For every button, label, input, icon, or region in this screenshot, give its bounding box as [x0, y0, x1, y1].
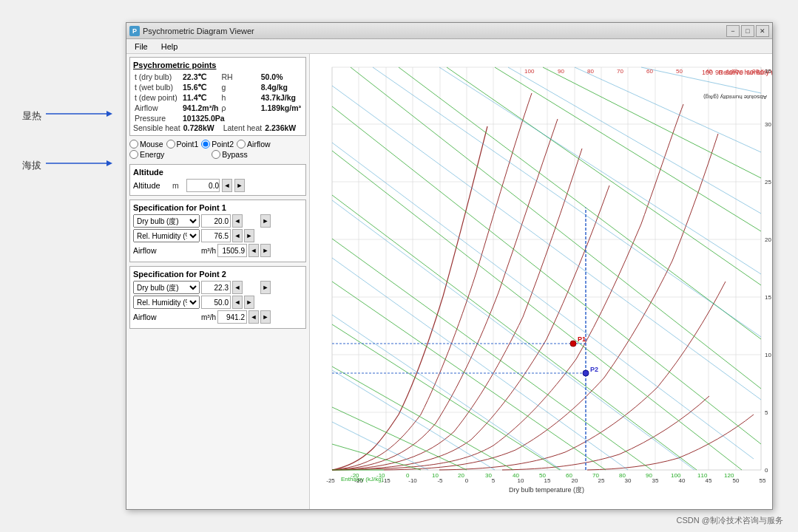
sensible-heat-label: Sensible heat — [133, 123, 180, 132]
svg-text:-5: -5 — [437, 477, 443, 484]
altitude-spin-left[interactable]: ◄ — [222, 179, 232, 192]
spec-point2-dropdown1[interactable]: Dry bulb (度) — [133, 281, 200, 294]
spec-point1-value1[interactable] — [201, 214, 231, 228]
spec-point2-airflow-label: Airflow — [133, 313, 200, 321]
p1-marker — [570, 341, 576, 347]
minimize-button[interactable]: − — [726, 25, 740, 37]
svg-text:20: 20 — [572, 477, 578, 484]
chart-area: Relative humidity (%) 100 90 80 70 60 50… — [310, 54, 772, 509]
spec-point1-dec2[interactable]: ◄ — [232, 229, 243, 242]
psych-info-table: t (dry bulb) 22.3℃ RH 50.0% t (wet bulb)… — [133, 72, 302, 123]
radio-airflow[interactable]: Airflow — [237, 140, 271, 149]
rh-90-label: 90 — [715, 69, 723, 76]
annotation-sensible: 显热 — [22, 109, 41, 123]
svg-text:15: 15 — [765, 294, 771, 301]
spec-point2-header: Specification for Point 2 — [133, 270, 302, 279]
table-row: t (dry bulb) 22.3℃ RH 50.0% — [133, 72, 302, 82]
spec-point2-row1: Dry bulb (度) ◄ ► — [133, 281, 302, 294]
spec-point1-row1: Dry bulb (度) ◄ ► — [133, 214, 302, 228]
altitude-unit: m — [172, 181, 184, 190]
spec-point1-inc2[interactable]: ► — [244, 229, 254, 242]
spec-point1-dropdown1[interactable]: Dry bulb (度) — [133, 214, 200, 228]
spec-point2-airflow-value[interactable] — [217, 310, 247, 324]
table-row: Airflow 941.2m³/h ρ 1.189kg/m³ — [133, 103, 302, 113]
svg-marker-1 — [106, 111, 112, 117]
spec-point1-dropdown2[interactable]: Rel. Humidity (%) — [133, 229, 200, 242]
spec-point2-dec2[interactable]: ◄ — [232, 296, 243, 309]
svg-text:45: 45 — [706, 477, 712, 484]
svg-text:35: 35 — [765, 68, 771, 75]
mode-radio-row1: Mouse Point1 Point2 Airflow — [129, 140, 306, 149]
left-panel: Psychrometric points DAIKIN — [126, 54, 310, 509]
titlebar-buttons: − □ ✕ — [726, 25, 769, 37]
abs-humidity-label: Absolute humidity (g/kg) — [703, 94, 767, 100]
menu-file[interactable]: File — [129, 40, 153, 53]
altitude-label: Altitude — [133, 181, 170, 190]
altitude-row: Altitude m ◄ ► — [133, 179, 302, 192]
altitude-header: Altitude — [133, 168, 302, 177]
spec-point2-inc1[interactable]: ► — [260, 281, 271, 294]
menu-help[interactable]: Help — [156, 40, 183, 53]
svg-text:30: 30 — [625, 477, 632, 484]
spec-point2-airflow-inc[interactable]: ► — [260, 310, 271, 324]
table-row: t (dew point) 11.4℃ h 43.7kJ/kg — [133, 92, 302, 103]
spec-point1-header: Specification for Point 1 — [133, 203, 302, 212]
heat-row: Sensible heat 0.728kW Latent heat 2.236k… — [133, 123, 302, 132]
close-button[interactable]: ✕ — [756, 25, 769, 37]
radio-point1[interactable]: Point1 — [166, 140, 199, 149]
svg-text:-10: -10 — [408, 477, 417, 484]
spec-point2-airflow-row: Airflow m³/h ◄ ► — [133, 310, 302, 324]
svg-text:30: 30 — [765, 121, 771, 128]
spec-point2-dropdown2[interactable]: Rel. Humidity (%) — [133, 296, 200, 309]
mode-radio-row2: Energy Bypass — [129, 150, 306, 159]
altitude-spin-right[interactable]: ► — [234, 179, 245, 192]
svg-text:35: 35 — [652, 477, 659, 484]
svg-text:50: 50 — [733, 477, 740, 484]
spec-point1-airflow-row: Airflow m³/h ◄ ► — [133, 244, 302, 257]
spec-point2-value2[interactable] — [201, 296, 231, 309]
app-icon: P — [129, 26, 140, 36]
p1-label: P1 — [578, 335, 586, 343]
spec-point1-airflow-label: Airflow — [133, 246, 200, 255]
spec-point2-airflow-unit: m³/h — [201, 313, 216, 321]
latent-heat-label: Latent heat — [223, 123, 263, 132]
spec-point1-airflow-value[interactable] — [217, 244, 247, 257]
spec-point1-inc1[interactable]: ► — [260, 214, 271, 228]
svg-text:20: 20 — [765, 236, 771, 243]
content-area: Psychrometric points DAIKIN — [126, 54, 772, 509]
spec-point1-value2[interactable] — [201, 229, 231, 242]
main-window: P Psychrometric Diagram Viewer − □ ✕ Fil… — [126, 22, 773, 510]
svg-text:25: 25 — [765, 179, 771, 185]
latent-heat-value: 2.236kW — [265, 123, 296, 132]
psych-points-group: Psychrometric points DAIKIN — [129, 57, 306, 136]
svg-text:40: 40 — [706, 68, 712, 75]
spec-point2-value1[interactable] — [201, 281, 231, 294]
menubar: File Help — [126, 39, 772, 54]
radio-point2[interactable]: Point2 — [201, 140, 234, 149]
mode-group: Mouse Point1 Point2 Airflow — [129, 140, 306, 160]
svg-text:10: 10 — [518, 477, 524, 484]
radio-mouse[interactable]: Mouse — [129, 140, 163, 149]
svg-text:25: 25 — [598, 477, 605, 484]
spec-point2-airflow-dec[interactable]: ◄ — [248, 310, 259, 324]
spec-point1-airflow-dec[interactable]: ◄ — [248, 244, 259, 257]
radio-bypass[interactable]: Bypass — [212, 150, 247, 159]
psych-points-header: Psychrometric points — [133, 61, 302, 69]
svg-text:30: 30 — [731, 68, 738, 75]
spec-point2-dec1[interactable]: ◄ — [232, 281, 243, 294]
radio-energy[interactable]: Energy — [129, 150, 164, 159]
altitude-input[interactable] — [186, 179, 220, 192]
spec-point1-airflow-inc[interactable]: ► — [260, 244, 271, 257]
table-row: Pressure 101325.0Pa — [133, 113, 302, 123]
spec-point1-row2: Rel. Humidity (%) ◄ ► — [133, 229, 302, 242]
spec-point1-dec1[interactable]: ◄ — [232, 214, 243, 228]
titlebar: P Psychrometric Diagram Viewer − □ ✕ — [126, 23, 772, 39]
psychrometric-chart: Relative humidity (%) 100 90 80 70 60 50… — [310, 54, 772, 509]
restore-button[interactable]: □ — [741, 25, 754, 37]
spec-point1-section: Specification for Point 1 Dry bulb (度) ◄… — [129, 200, 306, 262]
window-title: Psychrometric Diagram Viewer — [143, 27, 726, 35]
svg-text:-15: -15 — [382, 477, 390, 484]
svg-text:-25: -25 — [326, 477, 335, 484]
spec-point2-inc2[interactable]: ► — [244, 296, 254, 309]
svg-text:20: 20 — [752, 68, 759, 75]
